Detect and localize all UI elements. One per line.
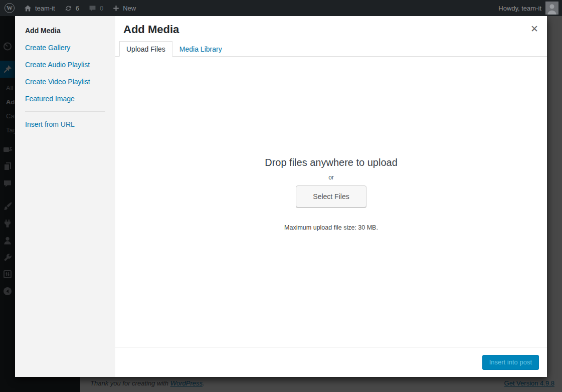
menu-item-insert-from-url[interactable]: Insert from URL [15,116,115,133]
admin-bar: W team-it 6 0 New Howdy, team-it [0,0,562,16]
insert-into-post-button[interactable]: Insert into post [482,355,539,370]
tab-upload-files[interactable]: Upload Files [119,41,172,57]
updates-icon [64,4,73,13]
close-icon[interactable]: ✕ [522,16,547,41]
add-media-modal: Add Media Create Gallery Create Audio Pl… [15,16,547,377]
upload-dropzone[interactable]: Drop files anywhere to upload or Select … [115,57,547,347]
menu-item-add-media[interactable]: Add Media [15,22,115,39]
updates-count: 6 [76,5,79,12]
media-modal-main: Add Media ✕ Upload Files Media Library D… [115,16,547,377]
select-files-button[interactable]: Select Files [296,185,366,208]
media-modal-menu: Add Media Create Gallery Create Audio Pl… [15,16,115,377]
tab-media-library[interactable]: Media Library [172,41,229,57]
modal-title: Add Media [115,16,547,37]
site-name-label: team-it [35,5,55,12]
menu-item-create-audio-playlist[interactable]: Create Audio Playlist [15,56,115,73]
updates-menu[interactable]: 6 [60,0,84,16]
new-label: New [123,5,136,12]
new-content-menu[interactable]: New [108,0,140,16]
menu-item-create-video-playlist[interactable]: Create Video Playlist [15,73,115,90]
menu-item-create-gallery[interactable]: Create Gallery [15,39,115,56]
dropzone-heading: Drop files anywhere to upload [265,156,398,169]
wp-logo-menu[interactable]: W [0,0,19,16]
comments-menu[interactable]: 0 [84,0,108,16]
menu-item-featured-image[interactable]: Featured Image [15,90,115,107]
media-router: Upload Files Media Library [115,41,547,57]
plus-icon [112,5,120,12]
modal-toolbar: Insert into post [115,347,547,377]
home-icon [24,4,32,13]
menu-separator [25,111,105,112]
comments-count: 0 [100,5,103,12]
avatar[interactable] [545,2,558,15]
site-name-menu[interactable]: team-it [19,0,60,16]
howdy-account-menu[interactable]: Howdy, team-it [498,5,541,12]
comments-icon [88,4,97,13]
max-upload-note: Maximum upload file size: 30 MB. [265,224,398,231]
wordpress-logo-icon: W [5,3,15,13]
dropzone-or-text: or [265,174,398,181]
